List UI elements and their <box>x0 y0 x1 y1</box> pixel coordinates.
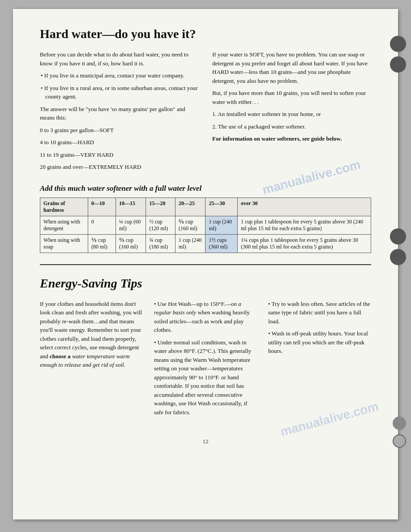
col-header-0-10: 0—10 <box>88 197 116 216</box>
option-1: 1. An installed water softener in your h… <box>212 110 371 119</box>
col-header-20-25: 20—25 <box>176 197 206 216</box>
energy-hot-wash: • Use Hot Wash—up to 150°F.—on a regular… <box>154 300 257 335</box>
table-section-title: Add this much water softener with a full… <box>40 184 371 193</box>
hard-water-content: Before you can decide what to do about h… <box>40 50 371 175</box>
hard-water-right-col: If your water is SOFT, you have no probl… <box>212 50 371 175</box>
energy-right-col: • Try to wash less often. Save articles … <box>268 300 371 420</box>
detergent-15-20: ½ cup (120 ml) <box>146 216 176 234</box>
hard-water-text: But, if you have more than 10 grains, yo… <box>212 89 371 106</box>
option-2: 2. The use of a packaged water softener. <box>212 122 371 131</box>
circle-3 <box>390 228 406 245</box>
col-header-15-20: 15—20 <box>146 197 176 216</box>
soap-0-10: ⅓ cup (80 ml) <box>88 234 116 253</box>
side-decoration-lower <box>393 416 406 448</box>
circle-2 <box>390 56 406 73</box>
soap-over30: 1¼ cups plus 1 tablespoon for every 5 gr… <box>238 234 371 253</box>
hard-water-left-col: Before you can decide what to do about h… <box>40 50 199 175</box>
detergent-20-25: ⅔ cup (160 ml) <box>176 216 206 234</box>
energy-left-text: If your clothes and household items don'… <box>40 300 143 369</box>
circle-1 <box>390 36 406 52</box>
water-softener-table: Grains of hardness 0—10 10—15 15—20 20—2… <box>40 197 371 253</box>
page: manualalive.com manualalive.com Hard wat… <box>13 9 398 519</box>
soap-10-15: ⅔ cup (160 ml) <box>116 234 146 253</box>
section-divider <box>40 264 371 265</box>
soft-water-text: If your water is SOFT, you have no probl… <box>212 50 371 85</box>
circle-5 <box>393 416 406 430</box>
circle-4 <box>390 249 406 265</box>
energy-middle-col: • Use Hot Wash—up to 150°F.—on a regular… <box>154 300 257 420</box>
circle-6 <box>393 434 406 448</box>
detergent-over30: 1 cup plus 1 tablespoon for every 5 grai… <box>238 216 371 234</box>
row-label-detergent: When using with detergent <box>40 216 88 234</box>
energy-wash-less: • Try to wash less often. Save articles … <box>268 300 371 326</box>
detergent-10-15: ¼ cup (60 ml) <box>116 216 146 234</box>
bullet-rural: • If you live in a rural area, or in som… <box>40 84 199 101</box>
info-bold-text: For information on water softeners, see … <box>212 134 371 143</box>
soap-25-30: 1½ cups (360 ml) <box>206 234 238 253</box>
detergent-0-10: 0 <box>88 216 116 234</box>
side-decoration-top <box>390 36 406 73</box>
bullet-municipal: • If you live in a municipal area, conta… <box>40 71 199 80</box>
col-header-25-30: 25—30 <box>206 197 238 216</box>
grade-soft: 0 to 3 grains per gallon—SOFT <box>40 126 199 135</box>
grade-extremely-hard: 20 grains and over—EXTREMELY HARD <box>40 163 199 172</box>
energy-normal-soil: • Under normal soil conditions, wash in … <box>154 338 257 417</box>
table-row-soap: When using with soap ⅓ cup (80 ml) ⅔ cup… <box>40 234 371 253</box>
answer-intro: The answer will be "you have 'so many gr… <box>40 105 199 122</box>
side-decoration-middle <box>390 228 406 265</box>
energy-section-title: Energy-Saving Tips <box>40 276 371 291</box>
energy-content: If your clothes and household items don'… <box>40 300 371 420</box>
col-header-over30: over 30 <box>238 197 371 216</box>
energy-left-col: If your clothes and household items don'… <box>40 300 143 420</box>
col-header-10-15: 10—15 <box>116 197 146 216</box>
hard-water-title: Hard water—do you have it? <box>40 27 371 41</box>
intro-text: Before you can decide what to do about h… <box>40 50 199 68</box>
table-row-detergent: When using with detergent 0 ¼ cup (60 ml… <box>40 216 371 234</box>
row-label-soap: When using with soap <box>40 234 88 253</box>
soap-15-20: ¾ cup (180 ml) <box>146 234 176 253</box>
grade-hard: 4 to 10 grains—HARD <box>40 138 199 147</box>
page-number: 12 <box>40 438 371 445</box>
detergent-25-30: 1 cup (240 ml) <box>206 216 238 234</box>
col-header-grains: Grains of hardness <box>40 197 88 216</box>
grade-very-hard: 11 to 19 grains—VERY HARD <box>40 150 199 159</box>
soap-20-25: 1 cup (240 ml) <box>176 234 206 253</box>
energy-off-peak: • Wash in off-peak utility hours. Your l… <box>268 329 371 356</box>
table-header-row: Grains of hardness 0—10 10—15 15—20 20—2… <box>40 197 371 216</box>
